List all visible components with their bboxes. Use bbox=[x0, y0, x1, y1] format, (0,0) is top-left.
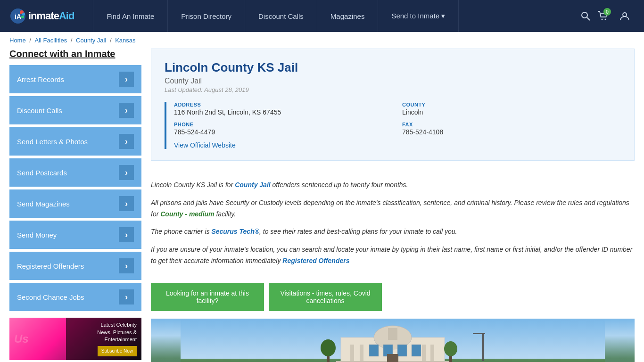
find-inmate-button[interactable]: Looking for an inmate at this facility? bbox=[151, 283, 264, 311]
sidebar-item-arrest-records[interactable]: Arrest Records › bbox=[9, 65, 141, 93]
sidebar-item-discount-calls[interactable]: Discount Calls › bbox=[9, 96, 141, 124]
breadcrumb-home[interactable]: Home bbox=[9, 37, 26, 44]
action-buttons: Looking for an inmate at this facility? … bbox=[151, 283, 635, 311]
sidebar-label-send-money: Send Money bbox=[17, 231, 119, 239]
website-link[interactable]: View Official Website bbox=[174, 141, 236, 149]
sidebar-label-registered-offenders: Registered Offenders bbox=[17, 262, 119, 270]
ad-logo: Us bbox=[14, 332, 29, 346]
sidebar-item-second-chance-jobs[interactable]: Second Chance Jobs › bbox=[9, 283, 141, 311]
description-paragraph-1: Lincoln County KS Jail is for County Jai… bbox=[151, 180, 635, 191]
website-block: View Official Website bbox=[174, 141, 621, 149]
breadcrumb-sep1: / bbox=[29, 37, 33, 44]
nav-prison-directory[interactable]: Prison Directory bbox=[168, 0, 245, 32]
breadcrumb-sep2: / bbox=[71, 37, 74, 44]
ad-detail: Entertainment bbox=[71, 336, 137, 343]
svg-rect-26 bbox=[482, 333, 484, 361]
registered-offenders-link[interactable]: Registered Offenders bbox=[282, 257, 349, 264]
facility-type: County Jail bbox=[165, 77, 621, 85]
sidebar-arrow-send-money: › bbox=[119, 227, 134, 242]
visitation-button[interactable]: Visitations - times, rules, Covid cancel… bbox=[269, 283, 382, 311]
county-jail-link[interactable]: County Jail bbox=[235, 181, 270, 189]
logo-all: Aid bbox=[59, 10, 74, 22]
description-paragraph-3: The phone carrier is Securus Tech®, to s… bbox=[151, 226, 635, 238]
logo-area[interactable]: iA inmateAid bbox=[9, 8, 74, 25]
svg-point-29 bbox=[321, 339, 336, 356]
svg-point-3 bbox=[22, 13, 25, 16]
description-section: Lincoln County KS Jail is for County Jai… bbox=[151, 170, 635, 278]
site-header: iA inmateAid Find An Inmate Prison Direc… bbox=[0, 0, 644, 32]
county-medium-link[interactable]: County - medium bbox=[160, 210, 214, 218]
ad-subscribe-button[interactable]: Subscribe Now bbox=[98, 346, 137, 356]
ad-subtitle: News, Pictures & bbox=[71, 329, 137, 336]
search-button[interactable] bbox=[581, 11, 590, 21]
main-nav: Find An Inmate Prison Directory Discount… bbox=[93, 0, 581, 32]
nav-find-inmate[interactable]: Find An Inmate bbox=[93, 0, 168, 32]
facility-info: ADDRESS 116 North 2nd St, Lincoln, KS 67… bbox=[165, 102, 621, 149]
svg-text:iA: iA bbox=[15, 13, 21, 20]
sidebar-label-second-chance-jobs: Second Chance Jobs bbox=[17, 293, 119, 301]
address-label: ADDRESS bbox=[174, 102, 393, 107]
sidebar-item-send-money[interactable]: Send Money › bbox=[9, 221, 141, 249]
securus-link[interactable]: Securus Tech® bbox=[211, 228, 259, 235]
svg-point-4 bbox=[21, 16, 24, 18]
sidebar-arrow-send-postcards: › bbox=[119, 165, 134, 180]
svg-point-31 bbox=[444, 341, 457, 356]
svg-rect-16 bbox=[360, 345, 363, 362]
svg-rect-18 bbox=[430, 345, 434, 362]
breadcrumb-state[interactable]: Kansas bbox=[115, 37, 135, 44]
breadcrumb-all-facilities[interactable]: All Facilities bbox=[35, 37, 67, 44]
user-icon bbox=[619, 11, 630, 21]
svg-rect-15 bbox=[350, 345, 354, 362]
sidebar-item-send-postcards[interactable]: Send Postcards › bbox=[9, 158, 141, 187]
nav-send-to-inmate[interactable]: Send to Inmate ▾ bbox=[378, 0, 459, 32]
main-content: Lincoln County KS Jail County Jail Last … bbox=[151, 49, 635, 362]
connect-title: Connect with an Inmate bbox=[9, 49, 141, 59]
sidebar-item-send-magazines[interactable]: Send Magazines › bbox=[9, 189, 141, 218]
facility-name: Lincoln County KS Jail bbox=[165, 60, 621, 75]
county-block: COUNTY Lincoln bbox=[402, 102, 621, 116]
svg-point-7 bbox=[602, 19, 603, 20]
sidebar-arrow-registered-offenders: › bbox=[119, 258, 134, 273]
svg-point-5 bbox=[582, 12, 587, 18]
ad-title: Latest Celebrity bbox=[71, 321, 137, 329]
sidebar-arrow-send-letters: › bbox=[119, 134, 134, 149]
sidebar-label-send-postcards: Send Postcards bbox=[17, 169, 119, 177]
logo-text: inmateAid bbox=[28, 10, 74, 22]
facility-image bbox=[151, 319, 635, 362]
fax-value: 785-524-4108 bbox=[402, 128, 621, 136]
user-button[interactable] bbox=[619, 11, 630, 21]
nav-discount-calls[interactable]: Discount Calls bbox=[245, 0, 317, 32]
phone-block: PHONE 785-524-4479 bbox=[174, 122, 393, 136]
svg-line-6 bbox=[587, 17, 590, 20]
nav-magazines[interactable]: Magazines bbox=[317, 0, 379, 32]
svg-rect-25 bbox=[387, 354, 398, 362]
phone-label: PHONE bbox=[174, 122, 393, 127]
sidebar-label-send-magazines: Send Magazines bbox=[17, 200, 119, 208]
sidebar-arrow-discount-calls: › bbox=[119, 103, 134, 118]
svg-rect-14 bbox=[388, 328, 397, 340]
address-value: 116 North 2nd St, Lincoln, KS 67455 bbox=[174, 108, 393, 116]
svg-rect-24 bbox=[412, 345, 421, 356]
svg-rect-23 bbox=[397, 345, 407, 356]
sidebar-label-discount-calls: Discount Calls bbox=[17, 107, 119, 115]
ad-banner[interactable]: Us Latest Celebrity News, Pictures & Ent… bbox=[9, 318, 141, 360]
facility-card: Lincoln County KS Jail County Jail Last … bbox=[151, 49, 635, 161]
svg-rect-27 bbox=[473, 333, 485, 334]
facility-updated: Last Updated: August 28, 2019 bbox=[165, 86, 621, 93]
sidebar-arrow-second-chance-jobs: › bbox=[119, 289, 134, 304]
svg-rect-17 bbox=[422, 345, 426, 362]
svg-point-8 bbox=[605, 19, 606, 20]
sidebar-item-registered-offenders[interactable]: Registered Offenders › bbox=[9, 252, 141, 280]
phone-value: 785-524-4479 bbox=[174, 128, 393, 136]
svg-rect-21 bbox=[369, 345, 379, 356]
description-paragraph-4: If you are unsure of your inmate's locat… bbox=[151, 244, 635, 267]
description-paragraph-2: All prisons and jails have Security or C… bbox=[151, 197, 635, 220]
sidebar-label-send-letters: Send Letters & Photos bbox=[17, 138, 119, 146]
breadcrumb-county-jail[interactable]: County Jail bbox=[76, 37, 106, 44]
sidebar: Connect with an Inmate Arrest Records › … bbox=[9, 49, 141, 362]
sidebar-item-send-letters[interactable]: Send Letters & Photos › bbox=[9, 127, 141, 156]
sidebar-arrow-send-magazines: › bbox=[119, 196, 134, 211]
cart-button[interactable]: 0 bbox=[598, 11, 608, 21]
breadcrumb-sep3: / bbox=[110, 37, 113, 44]
address-block: ADDRESS 116 North 2nd St, Lincoln, KS 67… bbox=[174, 102, 393, 116]
